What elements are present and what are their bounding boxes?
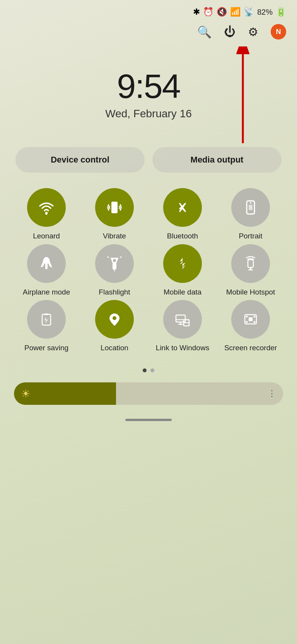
tile-leonard[interactable]: Leonard: [14, 188, 79, 241]
nav-handle-bar: [125, 419, 172, 421]
wifi-icon: 📶: [230, 7, 241, 17]
svg-point-30: [254, 321, 256, 323]
svg-rect-17: [42, 314, 51, 325]
tile-screen-recorder[interactable]: Screen recorder: [218, 300, 283, 353]
tile-power-saving[interactable]: Power saving: [14, 300, 79, 353]
svg-line-13: [120, 257, 121, 258]
tile-label-flashlight: Flashlight: [99, 288, 130, 297]
tile-icon-hotspot: [231, 244, 270, 283]
mute-icon: 🔇: [217, 7, 227, 17]
notification-avatar[interactable]: N: [271, 24, 286, 39]
brightness-fill: ☀: [14, 382, 116, 405]
tile-icon-leonard: [27, 188, 66, 227]
svg-rect-3: [111, 202, 118, 213]
quick-tiles-grid: Leonard Vibrate Bluetooth: [0, 180, 297, 361]
tile-icon-portrait: [231, 188, 270, 227]
page-indicators: [0, 361, 297, 376]
search-button[interactable]: 🔍: [197, 25, 212, 39]
tile-label-mobile-data: Mobile data: [164, 288, 201, 297]
signal-icon: 📡: [244, 7, 254, 17]
tile-label-portrait: Portrait: [239, 231, 262, 241]
svg-rect-15: [250, 267, 251, 269]
arrow-annotation: [227, 46, 258, 147]
tile-icon-mobile-data: [163, 244, 202, 283]
tile-icon-vibrate: [95, 188, 134, 227]
media-output-button[interactable]: Media output: [152, 147, 282, 173]
svg-point-29: [246, 321, 248, 323]
tile-label-link-windows: Link to Windows: [156, 343, 209, 353]
tile-label-vibrate: Vibrate: [103, 231, 126, 241]
svg-rect-7: [249, 205, 253, 210]
svg-rect-31: [249, 317, 253, 321]
tile-mobile-hotspot[interactable]: Mobile Hotspot: [218, 244, 283, 297]
svg-rect-14: [248, 260, 253, 267]
svg-point-19: [113, 316, 116, 320]
page-dot-2: [150, 368, 154, 372]
alarm-icon: ⏰: [203, 7, 213, 17]
power-button[interactable]: ⏻: [224, 25, 236, 38]
tile-flashlight[interactable]: Flashlight: [82, 244, 147, 297]
tile-icon-flashlight: [95, 244, 134, 283]
tile-label-hotspot: Mobile Hotspot: [226, 288, 275, 297]
svg-rect-18: [44, 313, 48, 315]
tile-label-bluetooth: Bluetooth: [167, 231, 198, 241]
tile-icon-power-saving: [27, 300, 66, 339]
brightness-menu-icon[interactable]: ⋮: [268, 389, 276, 399]
svg-point-28: [254, 316, 256, 318]
status-bar: ✱ ⏰ 🔇 📶 📡 82% 🔋: [0, 0, 297, 20]
tile-icon-link-windows: [163, 300, 202, 339]
settings-button[interactable]: ⚙: [248, 25, 258, 39]
svg-rect-8: [113, 263, 116, 269]
tile-icon-airplane: [27, 244, 66, 283]
tile-portrait[interactable]: Portrait: [218, 188, 283, 241]
tile-label-airplane: Airplane mode: [23, 288, 70, 297]
status-icons: ✱ ⏰ 🔇 📶 📡 82% 🔋: [193, 7, 286, 17]
battery-icon: 🔋: [276, 7, 286, 17]
svg-rect-16: [248, 269, 253, 271]
tile-vibrate[interactable]: Vibrate: [82, 188, 147, 241]
svg-point-2: [45, 212, 48, 214]
tile-airplane-mode[interactable]: Airplane mode: [14, 244, 79, 297]
tile-bluetooth[interactable]: Bluetooth: [150, 188, 215, 241]
tile-icon-bluetooth: [163, 188, 202, 227]
tile-mobile-data[interactable]: Mobile data: [150, 244, 215, 297]
tile-label-leonard: Leonard: [33, 231, 60, 241]
tile-icon-location: [95, 300, 134, 339]
tile-label-screen-recorder: Screen recorder: [224, 343, 277, 353]
brightness-slider[interactable]: ☀ ⋮: [14, 382, 283, 405]
device-control-button[interactable]: Device control: [15, 147, 145, 173]
svg-point-10: [113, 259, 116, 262]
bluetooth-status-icon: ✱: [193, 7, 200, 17]
brightness-sun-icon: ☀: [21, 387, 31, 400]
bottom-handle: [0, 411, 297, 425]
tile-location[interactable]: Location: [82, 300, 147, 353]
svg-line-12: [108, 257, 109, 258]
top-controls: 🔍 ⏻ ⚙ N: [0, 20, 297, 43]
page-dot-1: [143, 368, 147, 372]
tile-icon-screen-recorder: [231, 300, 270, 339]
svg-point-27: [246, 316, 248, 318]
tile-label-location: Location: [101, 343, 128, 353]
svg-point-6: [250, 202, 251, 204]
tile-link-windows[interactable]: Link to Windows: [150, 300, 215, 353]
battery-percent: 82%: [257, 8, 273, 17]
tile-label-power-saving: Power saving: [24, 343, 68, 353]
